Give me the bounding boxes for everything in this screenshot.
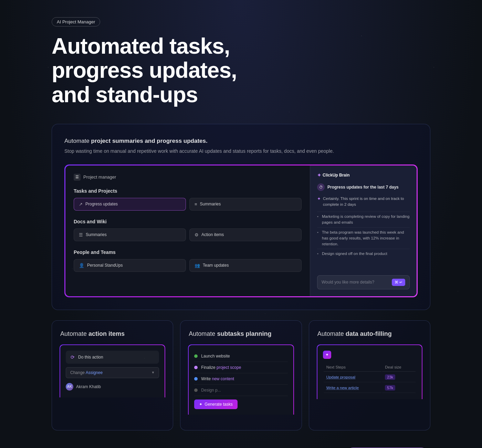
brain-bullets: Marketing is completing review of copy f… [317,212,410,259]
data-autofill-title: Automate data auto-filling [317,330,422,338]
summaries-item[interactable]: ≡ Summaries [189,198,302,211]
autofill-title-normal: Automate [317,330,346,337]
autofill-demo-inner: ✦ Next Steps Deal size Update proposal 2… [317,345,422,399]
demo-header: ☰ Project manager [74,174,302,181]
main-demo-area: ☰ Project manager Tasks and Projects ↗ P… [64,164,418,297]
clickup-brain-logo: ✦ ClickUp Brain [317,172,350,178]
action-items-label: Action items [201,232,224,237]
docs-icon: ☰ [79,232,83,237]
brain-bullet-3: Design signed off on the final product [317,249,410,258]
query-icon: ⏱ [317,183,325,191]
brain-input[interactable]: Would you like more details? ⌘ ↵ [317,275,410,289]
table-row-1: Update proposal 23k [324,372,416,382]
standups-label: Personal StandUps [87,263,123,268]
hero-title: Automated tasks, progress updates, and s… [52,34,258,107]
subtask-item-2: Finalize project scope [194,362,287,373]
brain-btn-text: ⌘ ↵ [395,280,402,285]
project-manager-icon: ☰ [74,174,81,181]
row2-deal-size: 57k [385,385,395,391]
autofill-demo: ✦ Next Steps Deal size Update proposal 2… [317,344,422,399]
team-icon: 👥 [195,263,200,268]
ai-badge: AI Project Manager [52,17,100,26]
team-updates-item[interactable]: 👥 Team updates [189,259,302,272]
people-grid: 👤 Personal StandUps 👥 Team updates [74,259,302,272]
brain-logo-text: ClickUp Brain [323,173,350,178]
data-autofill-card: Automate data auto-filling ✦ Next Steps … [309,320,430,430]
docs-wiki-title: Docs and Wiki [74,219,302,224]
magic-icon: ✦ [323,351,331,359]
demo-header-title: Project manager [83,174,116,180]
action-items-card: Automate action items ⟳ Do this action C… [52,320,173,430]
subtasks-card: Automate subtasks planning Launch websit… [180,320,302,430]
main-card-headline: Automate project summaries and progress … [64,137,418,146]
data-table: Next Steps Deal size Update proposal 23k… [323,362,416,394]
progress-updates-label: Progress updates [85,202,118,206]
action-select[interactable]: Change Assignee ▼ [66,367,159,378]
action-items-title-bold: action items [88,330,125,337]
tasks-projects-section: Tasks and Projects ↗ Progress updates ≡ … [74,188,302,211]
main-card-bold: project summaries and progress updates. [91,138,208,144]
main-card-subtext: Stop wasting time on manual and repetiti… [64,148,418,155]
subtask-dot-4 [194,388,198,392]
standups-item[interactable]: 👤 Personal StandUps [74,259,186,272]
subtask-item-3: Write new content [194,373,287,385]
subtasks-demo: Launch website Finalize project scope Wr… [188,344,294,415]
brain-panel: ✦ ClickUp Brain ⏱ Progress updates for t… [310,166,417,296]
action-demo-item: ⟳ Do this action [66,351,159,364]
autofill-title-bold: data auto-filling [346,330,392,337]
progress-updates-item[interactable]: ↗ Progress updates [74,198,186,211]
col-next-steps: Next Steps [324,363,382,372]
subtask-dot-3 [194,377,198,381]
brain-input-placeholder: Would you like more details? [322,280,389,285]
tasks-projects-title: Tasks and Projects [74,188,302,194]
docs-summaries-label: Summaries [86,232,107,237]
subtask-dot-2 [194,366,198,369]
demo-left-panel: ☰ Project manager Tasks and Projects ↗ P… [65,166,310,296]
action-items-item[interactable]: ⚙ Action items [189,228,302,241]
subtask-item-1: Launch website [194,351,287,362]
subtasks-demo-inner: Launch website Finalize project scope Wr… [189,345,293,415]
subtask-dot-1 [194,354,198,358]
subtasks-title-bold: subtasks planning [217,330,271,337]
user-avatar: AK [66,383,73,391]
subtask-label-1: Launch website [201,354,230,359]
subtask-item-4: Design p... [194,385,287,396]
summaries-label: Summaries [200,202,221,206]
action-items-title-normal: Automate [60,330,88,337]
brain-logo-icon: ✦ [317,172,321,178]
docs-summaries-item[interactable]: ☰ Summaries [74,228,186,241]
action-assignee-text: Assignee [86,370,103,375]
row1-deal-size: 23k [385,374,395,380]
summaries-icon: ≡ [195,202,197,207]
brain-submit-btn[interactable]: ⌘ ↵ [392,279,405,286]
action-demo-label: Do this action [78,355,103,360]
brain-bullet-2: The beta program was launched this week … [317,227,410,249]
main-feature-card: Automate project summaries and progress … [52,124,430,310]
bottom-cards-grid: Automate action items ⟳ Do this action C… [52,320,430,430]
action-items-demo: ⟳ Do this action Change Assignee ▼ AK Ak… [60,344,165,397]
subtask-link-3: new content [212,376,234,381]
docs-wiki-section: Docs and Wiki ☰ Summaries ⚙ Action items [74,219,302,241]
team-updates-label: Team updates [203,263,229,268]
generate-btn-label: Generate tasks [205,402,232,407]
docs-grid: ☰ Summaries ⚙ Action items [74,228,302,241]
action-select-label: Change Assignee [70,370,103,375]
sparkle-icon: ✦ [317,196,321,208]
action-demo-icon: ⟳ [71,354,75,360]
action-user: AK Akram Khatib [66,382,159,392]
row2-next-step: Write a new article [326,386,359,390]
badge-label: AI Project Manager [57,19,95,24]
subtask-label-3: Write new content [201,376,234,381]
col-deal-size: Deal size [382,363,416,372]
brain-bullet-1: Marketing is completing review of copy f… [317,212,410,227]
progress-icon: ↗ [79,202,83,207]
demo-inner: ☰ Project manager Tasks and Projects ↗ P… [65,166,417,296]
people-teams-section: People and Teams 👤 Personal StandUps 👥 T… [74,249,302,272]
generate-icon: ✦ [199,402,202,407]
people-teams-title: People and Teams [74,249,302,255]
table-row-2: Write a new article 57k [324,383,416,393]
generate-tasks-btn[interactable]: ✦ Generate tasks [194,399,237,409]
brain-header: ✦ ClickUp Brain [317,172,410,178]
brain-query: ⏱ Progress updates for the last 7 days [317,183,410,191]
subtasks-card-title: Automate subtasks planning [189,330,293,338]
